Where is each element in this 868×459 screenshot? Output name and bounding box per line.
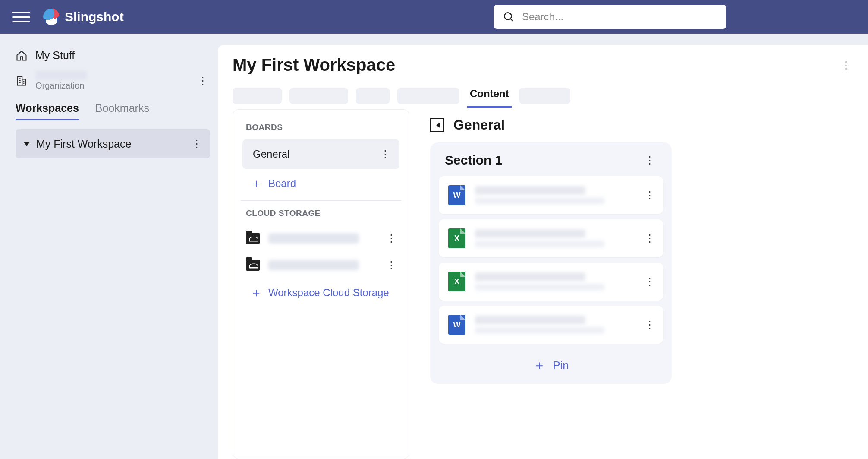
workspace-header-more-button[interactable]: ⋮ [839,58,853,73]
boards-column: BOARDS General ⋮ ＋ Board CLOUD STORAGE ⋮ [233,109,409,459]
hamburger-menu-button[interactable] [12,8,30,26]
add-board-button[interactable]: ＋ Board [242,169,399,199]
left-sidebar: My Stuff Organization ⋮ Workspaces Bookm… [0,34,218,459]
add-pin-button[interactable]: ＋ Pin [439,349,663,379]
cloud-folder-icon [246,233,260,244]
file-meta-redacted [475,241,604,247]
file-text [475,316,633,334]
file-more-button[interactable]: ⋮ [642,274,657,289]
file-text [475,272,633,291]
tab-placeholder[interactable] [519,88,570,104]
svg-point-0 [504,13,511,19]
app-name: Slingshot [65,9,124,24]
add-cloud-storage-button[interactable]: ＋ Workspace Cloud Storage [242,279,399,309]
cloud-storage-item[interactable]: ⋮ [242,252,399,279]
workspace-more-button[interactable]: ⋮ [189,136,204,151]
svg-line-1 [510,19,513,21]
file-card[interactable]: X⋮ [439,263,663,301]
file-name-redacted [475,229,585,238]
file-text [475,229,633,247]
file-text [475,186,633,204]
cloud-storage-name-redacted [268,260,359,270]
cloud-storage-more-button[interactable]: ⋮ [384,231,399,246]
my-stuff-label: My Stuff [35,49,75,62]
organization-sublabel: Organization [35,81,87,91]
file-meta-redacted [475,284,604,291]
app-logo[interactable]: Slingshot [43,9,124,25]
plus-icon: ＋ [250,175,261,192]
sidebar-tabs: Workspaces Bookmarks [16,102,210,120]
search-icon [503,11,514,22]
home-icon [16,50,28,62]
svg-rect-3 [22,79,25,85]
add-cloud-storage-label: Workspace Cloud Storage [268,287,389,299]
board-more-button[interactable]: ⋮ [378,147,393,161]
divider [241,200,401,201]
tab-placeholder[interactable] [289,88,348,104]
top-bar: Slingshot [0,0,868,34]
caret-down-icon [23,142,30,146]
organization-nav[interactable]: Organization ⋮ [16,68,210,98]
search-input[interactable] [522,11,717,23]
board-content-column: General Section 1 ⋮ W⋮X⋮X⋮W⋮ ＋ Pin [421,109,853,459]
file-name-redacted [475,316,585,324]
pin-label: Pin [553,359,569,372]
building-icon [16,75,28,87]
file-card[interactable]: W⋮ [439,176,663,214]
main-tabs: Content [233,86,853,106]
board-item-general[interactable]: General ⋮ [242,139,399,169]
plus-icon: ＋ [533,357,546,374]
cloud-storage-more-button[interactable]: ⋮ [384,258,399,272]
file-more-button[interactable]: ⋮ [642,317,657,332]
tab-workspaces[interactable]: Workspaces [16,102,79,120]
file-name-redacted [475,272,585,281]
page-title: My First Workspace [233,55,395,75]
tab-content[interactable]: Content [467,86,512,108]
my-stuff-nav[interactable]: My Stuff [16,43,210,68]
tab-placeholder[interactable] [397,88,459,104]
main-panel: My First Workspace ⋮ Content BOARDS Gene… [218,45,868,459]
excel-file-icon: X [448,272,465,291]
cloud-storage-section-header: CLOUD STORAGE [246,209,399,218]
board-content-title: General [453,117,505,133]
file-more-button[interactable]: ⋮ [642,188,657,203]
board-item-label: General [253,148,289,160]
tab-bookmarks[interactable]: Bookmarks [95,102,149,120]
add-board-label: Board [268,177,296,190]
section-more-button[interactable]: ⋮ [642,153,657,168]
file-meta-redacted [475,327,604,334]
cloud-storage-item[interactable]: ⋮ [242,225,399,252]
file-card[interactable]: W⋮ [439,306,663,344]
excel-file-icon: X [448,228,465,248]
logo-icon [43,9,60,25]
organization-name-redacted [35,70,87,80]
file-more-button[interactable]: ⋮ [642,231,657,246]
word-file-icon: W [448,185,465,205]
tab-placeholder[interactable] [356,88,390,104]
organization-more-button[interactable]: ⋮ [195,73,210,88]
collapse-panel-icon[interactable] [430,118,444,132]
file-card[interactable]: X⋮ [439,219,663,257]
section-card: Section 1 ⋮ W⋮X⋮X⋮W⋮ ＋ Pin [430,142,672,384]
search-box[interactable] [494,5,726,29]
word-file-icon: W [448,315,465,335]
plus-icon: ＋ [250,285,261,301]
cloud-storage-name-redacted [268,233,359,244]
tab-placeholder[interactable] [233,88,282,104]
workspace-item[interactable]: My First Workspace ⋮ [16,129,210,158]
file-name-redacted [475,186,585,195]
cloud-folder-icon [246,260,260,271]
workspace-item-label: My First Workspace [36,138,131,150]
boards-section-header: BOARDS [246,123,399,132]
section-title: Section 1 [445,153,502,168]
file-meta-redacted [475,197,604,204]
